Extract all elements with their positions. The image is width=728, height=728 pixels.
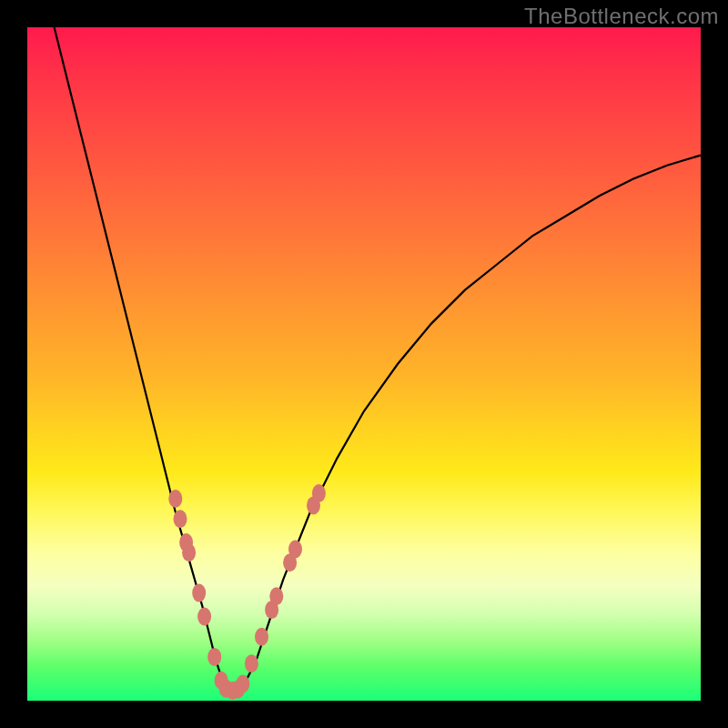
highlight-dot: [174, 510, 187, 528]
bottleneck-curve: [55, 27, 701, 691]
highlight-dot: [192, 584, 206, 602]
highlight-dot: [236, 675, 249, 693]
highlight-dot: [255, 628, 268, 646]
highlight-dot: [245, 654, 258, 672]
highlight-dot: [207, 648, 221, 666]
plot-area: [27, 27, 701, 701]
highlight-dot: [197, 608, 211, 626]
highlight-dot: [168, 490, 182, 508]
highlight-dot: [312, 484, 326, 502]
highlight-dot: [288, 541, 302, 559]
highlight-dots: [168, 484, 326, 700]
highlight-dot: [182, 543, 196, 561]
watermark-text: TheBottleneck.com: [524, 4, 719, 29]
curve-layer: [27, 27, 701, 701]
chart-frame: TheBottleneck.com: [0, 0, 728, 728]
highlight-dot: [269, 587, 283, 605]
